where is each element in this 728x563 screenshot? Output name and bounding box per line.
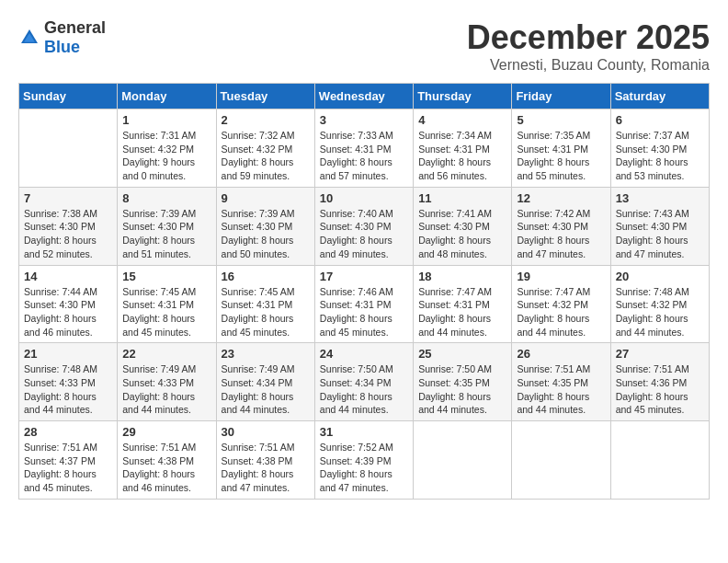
calendar-cell: 21Sunrise: 7:48 AM Sunset: 4:33 PM Dayli… bbox=[19, 343, 118, 421]
day-info: Sunrise: 7:39 AM Sunset: 4:30 PM Dayligh… bbox=[222, 207, 310, 261]
day-number: 20 bbox=[616, 270, 704, 283]
calendar-cell: 5Sunrise: 7:35 AM Sunset: 4:31 PM Daylig… bbox=[512, 109, 610, 188]
day-info: Sunrise: 7:49 AM Sunset: 4:34 PM Dayligh… bbox=[222, 362, 310, 417]
weekday-header-friday: Friday bbox=[512, 84, 610, 109]
calendar-cell: 12Sunrise: 7:42 AM Sunset: 4:30 PM Dayli… bbox=[512, 187, 610, 265]
calendar-cell: 17Sunrise: 7:46 AM Sunset: 4:31 PM Dayli… bbox=[314, 265, 413, 343]
day-number: 17 bbox=[320, 270, 408, 283]
day-number: 24 bbox=[320, 347, 408, 361]
day-number: 15 bbox=[122, 270, 210, 283]
day-info: Sunrise: 7:42 AM Sunset: 4:30 PM Dayligh… bbox=[517, 207, 605, 261]
calendar-cell: 13Sunrise: 7:43 AM Sunset: 4:30 PM Dayli… bbox=[610, 187, 709, 265]
day-info: Sunrise: 7:44 AM Sunset: 4:30 PM Dayligh… bbox=[24, 285, 112, 339]
day-info: Sunrise: 7:33 AM Sunset: 4:31 PM Dayligh… bbox=[320, 129, 408, 183]
logo-general: General bbox=[44, 18, 106, 37]
calendar-cell: 31Sunrise: 7:52 AM Sunset: 4:39 PM Dayli… bbox=[314, 421, 413, 500]
day-info: Sunrise: 7:41 AM Sunset: 4:30 PM Dayligh… bbox=[418, 207, 506, 261]
day-info: Sunrise: 7:45 AM Sunset: 4:31 PM Dayligh… bbox=[122, 285, 210, 339]
calendar-cell: 8Sunrise: 7:39 AM Sunset: 4:30 PM Daylig… bbox=[118, 187, 216, 265]
day-info: Sunrise: 7:48 AM Sunset: 4:32 PM Dayligh… bbox=[616, 285, 704, 339]
day-info: Sunrise: 7:48 AM Sunset: 4:33 PM Dayligh… bbox=[24, 362, 112, 417]
calendar-cell: 24Sunrise: 7:50 AM Sunset: 4:34 PM Dayli… bbox=[314, 343, 413, 421]
day-number: 10 bbox=[320, 191, 408, 205]
calendar-cell: 18Sunrise: 7:47 AM Sunset: 4:31 PM Dayli… bbox=[414, 265, 512, 343]
day-number: 27 bbox=[616, 347, 704, 361]
day-number: 13 bbox=[616, 191, 704, 205]
week-row-4: 21Sunrise: 7:48 AM Sunset: 4:33 PM Dayli… bbox=[19, 343, 710, 421]
day-info: Sunrise: 7:35 AM Sunset: 4:31 PM Dayligh… bbox=[517, 129, 605, 183]
calendar-cell: 15Sunrise: 7:45 AM Sunset: 4:31 PM Dayli… bbox=[118, 265, 216, 343]
calendar-cell: 6Sunrise: 7:37 AM Sunset: 4:30 PM Daylig… bbox=[610, 109, 709, 188]
weekday-header-wednesday: Wednesday bbox=[314, 84, 413, 109]
calendar-cell: 29Sunrise: 7:51 AM Sunset: 4:38 PM Dayli… bbox=[118, 421, 216, 500]
calendar-cell: 20Sunrise: 7:48 AM Sunset: 4:32 PM Dayli… bbox=[610, 265, 709, 343]
day-number: 1 bbox=[122, 113, 210, 127]
header: General Blue December 2025 Vernesti, Buz… bbox=[18, 18, 710, 74]
day-info: Sunrise: 7:46 AM Sunset: 4:31 PM Dayligh… bbox=[320, 285, 408, 339]
day-info: Sunrise: 7:52 AM Sunset: 4:39 PM Dayligh… bbox=[320, 441, 408, 495]
day-number: 8 bbox=[122, 191, 210, 205]
title-area: December 2025 Vernesti, Buzau County, Ro… bbox=[467, 18, 710, 74]
subtitle: Vernesti, Buzau County, Romania bbox=[467, 57, 710, 74]
day-info: Sunrise: 7:37 AM Sunset: 4:30 PM Dayligh… bbox=[616, 129, 704, 183]
month-title: December 2025 bbox=[467, 18, 710, 57]
day-info: Sunrise: 7:51 AM Sunset: 4:36 PM Dayligh… bbox=[616, 362, 704, 417]
weekday-header-thursday: Thursday bbox=[414, 84, 512, 109]
day-number: 28 bbox=[24, 425, 112, 439]
day-info: Sunrise: 7:50 AM Sunset: 4:35 PM Dayligh… bbox=[418, 362, 506, 417]
logo-icon bbox=[18, 27, 40, 49]
day-number: 16 bbox=[222, 270, 310, 283]
weekday-header-tuesday: Tuesday bbox=[216, 84, 314, 109]
day-info: Sunrise: 7:50 AM Sunset: 4:34 PM Dayligh… bbox=[320, 362, 408, 417]
calendar-cell: 27Sunrise: 7:51 AM Sunset: 4:36 PM Dayli… bbox=[610, 343, 709, 421]
weekday-header-sunday: Sunday bbox=[19, 84, 118, 109]
calendar-cell: 25Sunrise: 7:50 AM Sunset: 4:35 PM Dayli… bbox=[414, 343, 512, 421]
day-number: 2 bbox=[222, 113, 310, 127]
calendar: SundayMondayTuesdayWednesdayThursdayFrid… bbox=[18, 83, 710, 500]
day-info: Sunrise: 7:51 AM Sunset: 4:35 PM Dayligh… bbox=[517, 362, 605, 417]
logo: General Blue bbox=[18, 18, 106, 57]
calendar-cell: 19Sunrise: 7:47 AM Sunset: 4:32 PM Dayli… bbox=[512, 265, 610, 343]
day-info: Sunrise: 7:49 AM Sunset: 4:33 PM Dayligh… bbox=[122, 362, 210, 417]
calendar-cell: 14Sunrise: 7:44 AM Sunset: 4:30 PM Dayli… bbox=[19, 265, 118, 343]
calendar-cell: 22Sunrise: 7:49 AM Sunset: 4:33 PM Dayli… bbox=[118, 343, 216, 421]
day-info: Sunrise: 7:32 AM Sunset: 4:32 PM Dayligh… bbox=[222, 129, 310, 183]
day-info: Sunrise: 7:51 AM Sunset: 4:38 PM Dayligh… bbox=[122, 441, 210, 495]
day-number: 25 bbox=[418, 347, 506, 361]
calendar-cell bbox=[414, 421, 512, 500]
calendar-cell: 11Sunrise: 7:41 AM Sunset: 4:30 PM Dayli… bbox=[414, 187, 512, 265]
calendar-cell: 7Sunrise: 7:38 AM Sunset: 4:30 PM Daylig… bbox=[19, 187, 118, 265]
week-row-3: 14Sunrise: 7:44 AM Sunset: 4:30 PM Dayli… bbox=[19, 265, 710, 343]
day-number: 31 bbox=[320, 425, 408, 439]
calendar-cell: 28Sunrise: 7:51 AM Sunset: 4:37 PM Dayli… bbox=[19, 421, 118, 500]
day-number: 19 bbox=[517, 270, 605, 283]
day-info: Sunrise: 7:51 AM Sunset: 4:38 PM Dayligh… bbox=[222, 441, 310, 495]
day-number: 4 bbox=[418, 113, 506, 127]
calendar-cell: 26Sunrise: 7:51 AM Sunset: 4:35 PM Dayli… bbox=[512, 343, 610, 421]
day-number: 3 bbox=[320, 113, 408, 127]
day-number: 7 bbox=[24, 191, 112, 205]
day-number: 30 bbox=[222, 425, 310, 439]
day-number: 29 bbox=[122, 425, 210, 439]
calendar-cell bbox=[512, 421, 610, 500]
calendar-cell: 16Sunrise: 7:45 AM Sunset: 4:31 PM Dayli… bbox=[216, 265, 314, 343]
day-info: Sunrise: 7:47 AM Sunset: 4:32 PM Dayligh… bbox=[517, 285, 605, 339]
day-number: 11 bbox=[418, 191, 506, 205]
calendar-cell: 10Sunrise: 7:40 AM Sunset: 4:30 PM Dayli… bbox=[314, 187, 413, 265]
calendar-cell bbox=[19, 109, 118, 188]
day-number: 12 bbox=[517, 191, 605, 205]
day-number: 18 bbox=[418, 270, 506, 283]
day-info: Sunrise: 7:34 AM Sunset: 4:31 PM Dayligh… bbox=[418, 129, 506, 183]
weekday-header-row: SundayMondayTuesdayWednesdayThursdayFrid… bbox=[19, 84, 710, 109]
day-info: Sunrise: 7:31 AM Sunset: 4:32 PM Dayligh… bbox=[122, 129, 210, 183]
day-number: 23 bbox=[222, 347, 310, 361]
calendar-cell: 3Sunrise: 7:33 AM Sunset: 4:31 PM Daylig… bbox=[314, 109, 413, 188]
day-info: Sunrise: 7:40 AM Sunset: 4:30 PM Dayligh… bbox=[320, 207, 408, 261]
logo-blue: Blue bbox=[44, 38, 80, 56]
day-info: Sunrise: 7:45 AM Sunset: 4:31 PM Dayligh… bbox=[222, 285, 310, 339]
calendar-cell: 1Sunrise: 7:31 AM Sunset: 4:32 PM Daylig… bbox=[118, 109, 216, 188]
day-info: Sunrise: 7:43 AM Sunset: 4:30 PM Dayligh… bbox=[616, 207, 704, 261]
day-number: 14 bbox=[24, 270, 112, 283]
day-info: Sunrise: 7:38 AM Sunset: 4:30 PM Dayligh… bbox=[24, 207, 112, 261]
day-info: Sunrise: 7:47 AM Sunset: 4:31 PM Dayligh… bbox=[418, 285, 506, 339]
